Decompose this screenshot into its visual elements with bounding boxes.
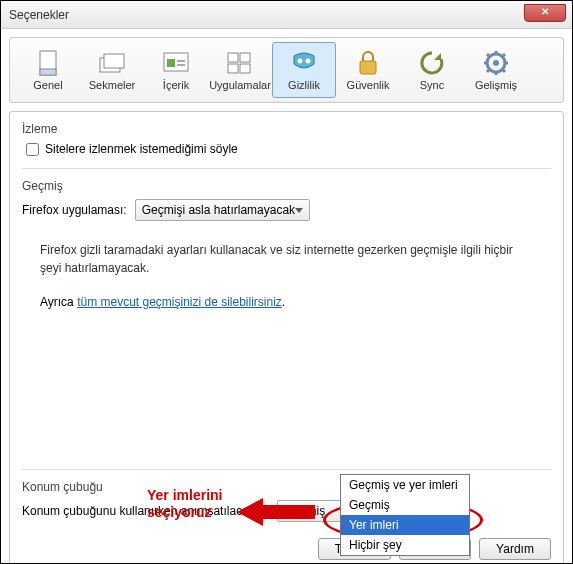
tab-label: İçerik — [163, 79, 189, 91]
svg-rect-11 — [240, 64, 250, 73]
content-icon — [162, 49, 190, 77]
tab-label: Güvenlik — [347, 79, 390, 91]
svg-line-22 — [502, 69, 505, 72]
history-mode-value: Geçmişi asla hatırlamayacak — [142, 203, 295, 217]
dnt-checkbox-row: Sitelere izlenmek istemediğimi söyle — [26, 142, 551, 156]
tab-label: Gelişmiş — [475, 79, 517, 91]
tab-tabs[interactable]: Sekmeler — [80, 42, 144, 98]
clear-history-row: Ayrıca tüm mevcut geçmişinizi de silebil… — [40, 295, 533, 309]
svg-marker-25 — [237, 498, 315, 526]
tab-content[interactable]: İçerik — [144, 42, 208, 98]
svg-line-21 — [487, 54, 490, 57]
dropdown-option-history[interactable]: Geçmiş — [341, 495, 469, 515]
annotation-arrow-icon — [237, 496, 317, 531]
svg-rect-9 — [240, 53, 250, 62]
divider — [22, 168, 551, 169]
history-description: Firefox gizli taramadaki ayarları kullan… — [40, 241, 533, 277]
chevron-down-icon — [295, 208, 303, 213]
svg-rect-10 — [228, 64, 238, 73]
dropdown-option-history-bookmarks[interactable]: Geçmiş ve yer imleri — [341, 475, 469, 495]
svg-rect-5 — [167, 59, 175, 67]
svg-rect-6 — [177, 60, 185, 62]
tab-label: Uygulamalar — [209, 79, 271, 91]
tab-label: Gizlilik — [288, 79, 320, 91]
general-icon — [34, 49, 62, 77]
svg-point-12 — [298, 59, 303, 64]
svg-point-16 — [493, 60, 499, 66]
divider — [22, 469, 551, 470]
history-section-title: Geçmiş — [22, 179, 551, 193]
tab-general[interactable]: Genel — [16, 42, 80, 98]
tab-label: Sync — [420, 79, 444, 91]
link-prefix: Ayrıca — [40, 295, 77, 309]
window-title: Seçenekler — [9, 8, 69, 22]
applications-icon — [226, 49, 254, 77]
svg-rect-1 — [40, 69, 56, 75]
link-suffix: . — [282, 295, 285, 309]
dropdown-option-nothing[interactable]: Hiçbir şey — [341, 535, 469, 555]
tab-applications[interactable]: Uygulamalar — [208, 42, 272, 98]
window-titlebar: Seçenekler ✕ — [1, 1, 572, 29]
svg-line-24 — [502, 54, 505, 57]
clear-history-link[interactable]: tüm mevcut geçmişinizi de silebilirsiniz — [77, 295, 282, 309]
history-mode-label: Firefox uygulaması: — [22, 203, 127, 217]
tab-security[interactable]: Güvenlik — [336, 42, 400, 98]
options-toolbar: Genel Sekmeler İçerik Uygulamalar Gizlil… — [9, 37, 564, 103]
svg-point-13 — [306, 59, 311, 64]
dnt-label: Sitelere izlenmek istemediğimi söyle — [45, 142, 238, 156]
gear-icon — [482, 49, 510, 77]
privacy-mask-icon — [290, 49, 318, 77]
window-close-button[interactable]: ✕ — [524, 4, 566, 22]
svg-rect-7 — [177, 64, 185, 66]
security-lock-icon — [354, 49, 382, 77]
tab-privacy[interactable]: Gizlilik — [272, 42, 336, 98]
tracking-section-title: İzleme — [22, 122, 551, 136]
svg-line-23 — [487, 69, 490, 72]
locationbar-section-title: Konum çubuğu — [22, 480, 551, 494]
tab-label: Genel — [33, 79, 62, 91]
tab-sync[interactable]: Sync — [400, 42, 464, 98]
sync-icon — [418, 49, 446, 77]
tab-label: Sekmeler — [89, 79, 135, 91]
dnt-checkbox[interactable] — [26, 143, 39, 156]
locationbar-dropdown: Geçmiş ve yer imleri Geçmiş Yer imleri H… — [340, 474, 470, 556]
annotation-text: Yer imlerini seçiyoruz — [147, 487, 222, 521]
svg-rect-14 — [360, 61, 376, 74]
help-button[interactable]: Yardım — [479, 538, 551, 560]
tabs-icon — [98, 49, 126, 77]
dropdown-option-bookmarks[interactable]: Yer imleri — [341, 515, 469, 535]
history-mode-select[interactable]: Geçmişi asla hatırlamayacak — [135, 199, 310, 221]
svg-rect-8 — [228, 53, 238, 62]
svg-rect-3 — [104, 54, 124, 68]
tab-advanced[interactable]: Gelişmiş — [464, 42, 528, 98]
